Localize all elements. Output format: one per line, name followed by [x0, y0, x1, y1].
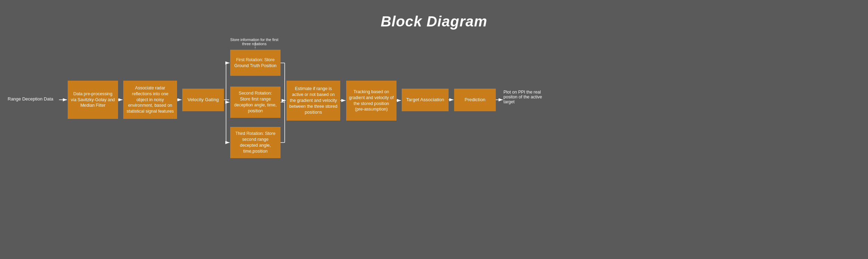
first-rotation-box: First Rotation: Store Ground Truth Posit… — [230, 50, 281, 76]
third-rotation-box: Third Rotation: Store second range decep… — [230, 127, 281, 158]
second-rotation-box: Second Rotation: Store first range decep… — [230, 87, 281, 118]
preprocess-box: Data pre-processing via Savitzky-Golay a… — [68, 81, 118, 119]
target-assoc-box: Target Association — [402, 89, 449, 111]
input-label: Range Deception Data — [8, 96, 53, 102]
velocity-gating-box: Velocity Gating — [182, 89, 224, 111]
output-label: Plot on PPI the real positon of the acti… — [503, 90, 545, 104]
arrows-svg — [0, 0, 868, 259]
tracking-box: Tracking based on gradient and velocity … — [346, 81, 397, 121]
estimate-box: Estimate if range is active or not based… — [286, 81, 340, 121]
store-label: Store information for the first three ro… — [229, 38, 279, 46]
page-title: Block Diagram — [0, 0, 868, 30]
associate-box: Associate radar reflections into one obj… — [123, 81, 177, 119]
prediction-box: Prediction — [454, 89, 496, 111]
